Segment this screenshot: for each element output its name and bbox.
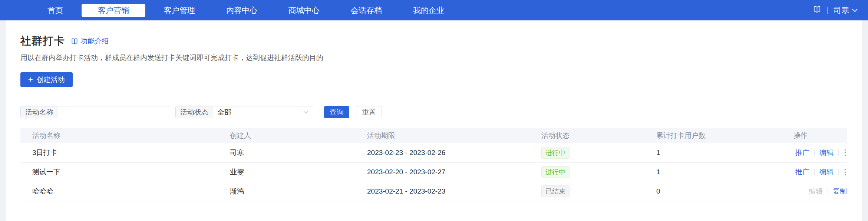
nav-item-mall-center[interactable]: 商城中心 (273, 0, 335, 20)
activity-status-value: 全部 (217, 108, 231, 117)
active-nav-pill: 客户营销 (82, 4, 145, 17)
table-row: 哈哈哈 渐鸿 2023-02-21 - 2023-02-23 已结束 0 编辑 … (20, 182, 847, 201)
more-actions-icon[interactable] (844, 168, 847, 177)
nav-item-content-center[interactable]: 内容中心 (211, 0, 273, 20)
promote-link[interactable]: 推广 (795, 167, 809, 177)
activity-status-select[interactable]: 全部 (213, 106, 313, 118)
top-navigation: 首页 客户营销 客户管理 内容中心 商城中心 会话存档 我的企业 司寒 (0, 0, 868, 20)
cell-user-count: 0 (644, 182, 793, 201)
action-divider (838, 169, 839, 175)
activity-name-input[interactable] (58, 106, 169, 118)
plus-icon: + (28, 76, 33, 84)
edit-link[interactable]: 编辑 (819, 148, 834, 158)
cell-user-count: 1 (644, 143, 793, 162)
col-header-period: 活动期限 (355, 128, 529, 143)
cell-activity-name: 测试一下 (20, 162, 218, 182)
cell-activity-name: 哈哈哈 (20, 182, 218, 201)
status-badge: 进行中 (541, 166, 570, 178)
cell-activity-name: 3日打卡 (20, 143, 218, 162)
activity-name-label: 活动名称 (21, 106, 58, 118)
page-title: 社群打卡 (20, 34, 65, 49)
promote-link[interactable]: 推广 (795, 148, 809, 158)
chevron-down-icon (852, 9, 858, 12)
user-name: 司寒 (834, 5, 849, 16)
nav-divider (827, 7, 828, 14)
action-divider (828, 188, 828, 195)
activity-status-group: 活动状态 全部 (175, 106, 313, 118)
action-divider (814, 149, 815, 156)
cell-user-count: 1 (644, 162, 793, 182)
cell-period: 2023-02-20 - 2023-02-27 (355, 162, 529, 182)
nav-item-my-enterprise[interactable]: 我的企业 (397, 0, 460, 20)
chevron-down-icon (303, 110, 308, 114)
status-badge: 已结束 (541, 185, 570, 197)
action-divider (814, 169, 815, 175)
col-header-status: 活动状态 (529, 128, 644, 143)
feature-intro-label: 功能介绍 (80, 36, 109, 46)
activity-status-label: 活动状态 (176, 106, 213, 118)
page-description: 用以在群内举办打卡活动，群成员在群内发送打卡关键词即可完成打卡，达到促进社群活跃… (20, 53, 848, 63)
nav-item-customer-management[interactable]: 客户管理 (148, 0, 211, 20)
feature-intro-link[interactable]: 功能介绍 (71, 36, 109, 46)
copy-link[interactable]: 复制 (833, 187, 847, 196)
more-actions-icon[interactable] (844, 148, 847, 157)
filter-bar: 活动名称 活动状态 全部 查询 重置 (20, 106, 848, 118)
reset-button[interactable]: 重置 (356, 106, 382, 118)
edit-link-disabled: 编辑 (809, 187, 823, 196)
activity-table: 活动名称 创建人 活动期限 活动状态 累计打卡用户数 操作 3日打卡 司寒 20… (20, 128, 847, 201)
cell-period: 2023-02-23 - 2023-02-26 (355, 143, 529, 162)
nav-item-home[interactable]: 首页 (32, 0, 79, 20)
create-activity-button[interactable]: + 创建活动 (20, 72, 73, 87)
create-activity-label: 创建活动 (37, 75, 65, 85)
nav-item-session-archive[interactable]: 会话存档 (335, 0, 397, 20)
action-divider (838, 149, 839, 156)
cell-creator: 渐鸿 (218, 182, 355, 201)
col-header-operations: 操作 (793, 128, 847, 143)
cell-creator: 业雯 (218, 162, 355, 182)
search-button[interactable]: 查询 (324, 106, 349, 118)
col-header-activity-name: 活动名称 (20, 128, 218, 143)
edit-link[interactable]: 编辑 (819, 167, 834, 177)
user-menu[interactable]: 司寒 (834, 5, 858, 16)
table-header-row: 活动名称 创建人 活动期限 活动状态 累计打卡用户数 操作 (20, 128, 847, 143)
content-card: 社群打卡 功能介绍 用以在群内举办打卡活动，群成员在群内发送打卡关键词即可完成打… (6, 20, 862, 221)
col-header-user-count: 累计打卡用户数 (644, 128, 793, 143)
help-book-icon[interactable] (813, 5, 821, 15)
status-badge: 进行中 (541, 147, 570, 159)
cell-period: 2023-02-21 - 2023-02-23 (355, 182, 529, 201)
cell-creator: 司寒 (218, 143, 355, 162)
col-header-creator: 创建人 (218, 128, 355, 143)
title-row: 社群打卡 功能介绍 (20, 20, 848, 49)
nav-item-customer-marketing[interactable]: 客户营销 (79, 0, 148, 20)
activity-name-group: 活动名称 (20, 106, 169, 118)
nav-right-section: 司寒 (813, 5, 858, 16)
table-row: 测试一下 业雯 2023-02-20 - 2023-02-27 进行中 1 推广… (20, 162, 847, 182)
table-row: 3日打卡 司寒 2023-02-23 - 2023-02-26 进行中 1 推广… (20, 143, 847, 162)
book-icon (71, 37, 78, 45)
